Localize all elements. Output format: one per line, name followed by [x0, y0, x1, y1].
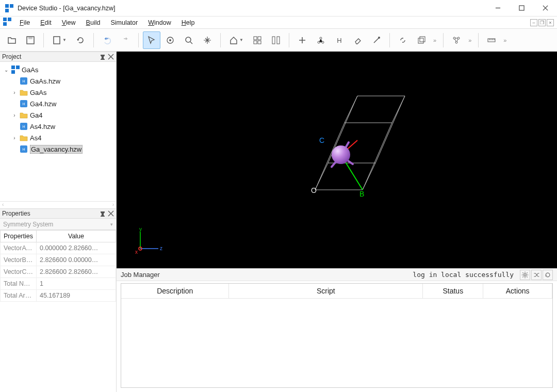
job-column-header[interactable]: Description	[121, 284, 229, 299]
select-tool-button[interactable]	[143, 31, 160, 49]
property-row[interactable]: VectorC (x…2.826600 2.82660…	[1, 266, 116, 278]
properties-col-key[interactable]: Properties	[1, 231, 37, 242]
toolbar: ▼ ▼ » » »	[0, 29, 557, 52]
open-button[interactable]	[3, 31, 21, 49]
tree-item-label: GaAs	[30, 89, 47, 96]
menu-build[interactable]: Build	[81, 18, 106, 27]
tree-item-label: GaAs.hzw	[30, 77, 60, 85]
app-icon	[11, 66, 20, 74]
wand-button[interactable]	[368, 31, 385, 49]
reload-icon[interactable]	[543, 270, 553, 280]
menu-simulator[interactable]: Simulator	[105, 18, 143, 27]
menu-view[interactable]: View	[57, 18, 81, 27]
refresh-button[interactable]	[72, 31, 89, 49]
tree-item[interactable]: Ga4.hzw	[1, 98, 115, 109]
file-icon	[20, 122, 28, 130]
chevron-right-icon[interactable]: ›	[11, 112, 18, 118]
svg-line-33	[363, 123, 392, 190]
menu-help[interactable]: Help	[176, 18, 200, 27]
redo-button[interactable]	[117, 31, 134, 49]
left-column: Project ⌄ GaAs GaAs.hzw›GaAsGa4.hzw›Ga4A…	[0, 52, 117, 392]
job-manager-title: Job Manager	[121, 271, 160, 279]
property-value: 1	[36, 278, 116, 290]
toolbar-overflow-3[interactable]: »	[501, 37, 509, 43]
folder-icon	[20, 134, 28, 142]
tree-item[interactable]: ›As4	[1, 132, 115, 143]
menu-file[interactable]: File	[14, 18, 35, 27]
property-row[interactable]: Total Num …1	[1, 278, 116, 290]
app-menu-icon[interactable]	[3, 18, 11, 28]
tree-item[interactable]: Ga_vacancy.hzw	[1, 143, 115, 155]
workspace: Project ⌄ GaAs GaAs.hzw›GaAsGa4.hzw›Ga4A…	[0, 52, 557, 392]
mdi-close-button[interactable]: ×	[547, 19, 554, 26]
toolbar-overflow-1[interactable]: »	[431, 37, 439, 43]
tree-item[interactable]: GaAs.hzw	[1, 75, 115, 87]
properties-combo-label: Symmetry System	[3, 221, 53, 228]
property-row[interactable]: VectorA (xyz)0.000000 2.82660…	[1, 242, 116, 254]
save-button[interactable]	[22, 31, 39, 49]
mdi-minimize-button[interactable]: –	[530, 19, 537, 26]
project-panel-header[interactable]: Project	[0, 52, 116, 62]
grid2-button[interactable]	[267, 31, 285, 49]
tree-item[interactable]: ›Ga4	[1, 109, 115, 121]
pan-tool-button[interactable]	[199, 31, 216, 49]
grid4-button[interactable]	[249, 31, 266, 49]
erase-button[interactable]	[349, 31, 367, 49]
properties-col-value[interactable]: Value	[36, 231, 116, 242]
property-value: 0.000000 2.82660…	[36, 242, 116, 254]
chevron-right-icon[interactable]: ›	[11, 90, 18, 95]
settings-icon[interactable]	[520, 270, 530, 280]
mdi-restore-button[interactable]: ❐	[538, 19, 546, 26]
cell-button[interactable]	[413, 31, 430, 49]
properties-combo[interactable]: Symmetry System ▾	[0, 219, 116, 230]
close-button[interactable]	[533, 0, 557, 16]
minimize-button[interactable]	[486, 0, 510, 16]
properties-table: Properties Value VectorA (xyz)0.000000 2…	[0, 230, 116, 302]
atom-sphere[interactable]	[332, 145, 350, 164]
chevron-right-icon[interactable]: ›	[11, 135, 18, 141]
job-column-header[interactable]: Status	[423, 284, 483, 299]
file-icon	[20, 77, 28, 85]
properties-panel-header[interactable]: Properties	[0, 208, 116, 219]
pin-icon[interactable]	[100, 210, 106, 217]
close-panel-icon[interactable]	[108, 210, 114, 217]
chevron-down-icon[interactable]: ⌄	[3, 67, 9, 73]
property-value: 45.167189	[36, 290, 116, 302]
tree-item[interactable]: As4.hzw	[1, 121, 115, 132]
measure-button[interactable]	[483, 31, 500, 49]
toolbar-overflow-2[interactable]: »	[466, 37, 474, 43]
bond-button[interactable]	[394, 31, 412, 49]
home-view-dropdown[interactable]: ▼	[225, 31, 248, 49]
project-panel-title: Project	[2, 53, 21, 60]
property-row[interactable]: VectorB (xyz)2.826600 0.00000…	[1, 254, 116, 266]
tree-item[interactable]: ›GaAs	[1, 87, 115, 98]
structure-button[interactable]	[448, 31, 465, 49]
pin-icon[interactable]	[100, 54, 106, 60]
3d-viewport[interactable]: O B C y z x	[117, 52, 557, 268]
mdi-controls: – ❐ ×	[530, 19, 554, 26]
property-row[interactable]: Total Area …45.167189	[1, 290, 116, 302]
menu-bar: File Edit View Build Simulator Window He…	[0, 17, 557, 29]
svg-text:z: z	[160, 246, 162, 251]
zoom-tool-button[interactable]	[180, 31, 198, 49]
tree-scrollbar[interactable]: ‹›	[0, 201, 116, 208]
maximize-button[interactable]	[510, 0, 533, 16]
menu-edit[interactable]: Edit	[35, 18, 57, 27]
menu-window[interactable]: Window	[143, 18, 176, 27]
undo-button[interactable]	[98, 31, 116, 49]
close-panel-icon[interactable]	[108, 54, 114, 60]
job-column-header[interactable]: Script	[229, 284, 423, 299]
new-file-dropdown[interactable]: ▼	[48, 31, 71, 49]
molecule-button[interactable]	[312, 31, 330, 49]
label-O: O	[311, 186, 317, 194]
file-icon	[20, 100, 28, 108]
job-column-header[interactable]: Actions	[483, 284, 552, 299]
shuffle-icon[interactable]	[531, 270, 542, 280]
add-atom-button[interactable]	[293, 31, 311, 49]
tree-root[interactable]: ⌄ GaAs	[1, 64, 115, 75]
hydrogen-button[interactable]	[331, 31, 348, 49]
svg-line-34	[375, 96, 405, 163]
job-manager-header: Job Manager log in local successfully	[117, 269, 557, 281]
project-tree[interactable]: ⌄ GaAs GaAs.hzw›GaAsGa4.hzw›Ga4As4.hzw›A…	[0, 62, 116, 201]
rotate-tool-button[interactable]	[161, 31, 179, 49]
